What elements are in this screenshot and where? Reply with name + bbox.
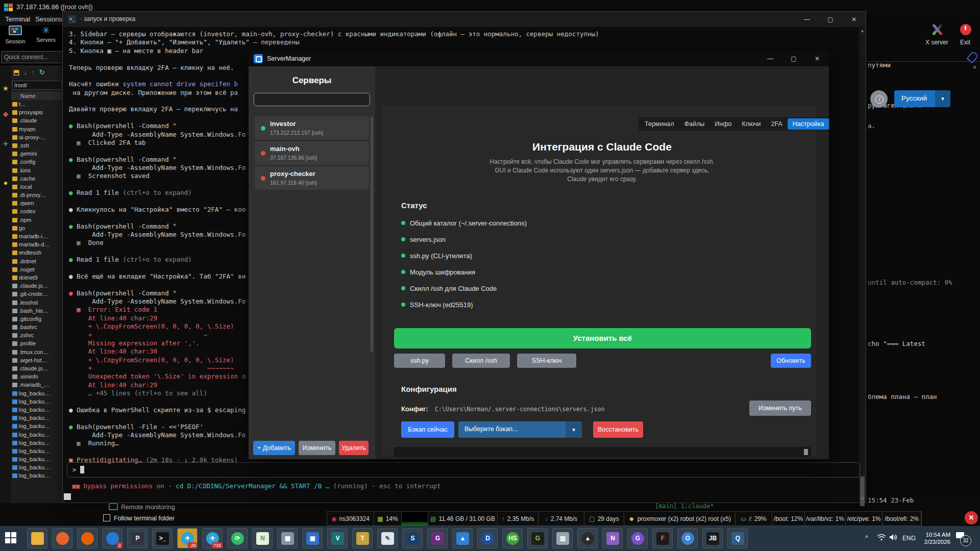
tab-Ключи[interactable]: Ключи xyxy=(737,118,766,130)
menu-sessions[interactable]: Sessions xyxy=(35,15,62,23)
file-row[interactable]: .cache xyxy=(12,176,62,184)
menu-terminal[interactable]: Terminal xyxy=(5,15,30,23)
quick-connect-input[interactable]: Quick connect... xyxy=(1,51,64,63)
telegram-icon[interactable]: ✈.26 xyxy=(177,528,198,548)
file-row[interactable]: go xyxy=(12,225,62,233)
minimize-button[interactable]: — xyxy=(795,12,819,27)
firefox-icon[interactable] xyxy=(77,528,97,548)
tab-2FA[interactable]: 2FA xyxy=(766,118,788,130)
file-row[interactable]: .ssh xyxy=(12,142,62,151)
file-row[interactable]: .gitconfig xyxy=(12,316,62,324)
scrollbar-thumb[interactable] xyxy=(860,477,865,506)
log-output-box[interactable] xyxy=(394,447,811,457)
server-item-main-ovh[interactable]: main-ovh37.187.136.86 [ssh] xyxy=(255,141,369,165)
sshpy-button[interactable]: ssh.py xyxy=(394,354,445,368)
file-row[interactable]: log_backu… xyxy=(12,456,62,464)
file-row[interactable]: log_backu… xyxy=(12,407,62,415)
remote-monitoring-toggle[interactable]: Remote monitoring xyxy=(109,503,175,511)
servers-button[interactable]: ✳ Servers xyxy=(32,26,60,49)
file-row[interactable]: log_backu… xyxy=(12,423,62,431)
file-row[interactable]: .tmux.con… xyxy=(12,349,62,357)
app-icon[interactable]: D xyxy=(477,528,498,548)
tab-Файлы[interactable]: Файлы xyxy=(679,118,710,130)
monitoring-close-icon[interactable]: ✕ xyxy=(965,511,978,524)
file-row[interactable]: .nuget xyxy=(12,266,62,274)
file-row[interactable]: dotnet9 xyxy=(12,274,62,283)
file-row[interactable]: .viminfo xyxy=(12,373,62,382)
download-icon[interactable]: ↓ xyxy=(24,68,28,76)
tray-chevron-icon[interactable]: ^ xyxy=(865,534,868,541)
path-input[interactable]: /root/ xyxy=(12,81,62,90)
file-row[interactable]: .kimi xyxy=(12,167,62,176)
file-row[interactable]: .lesshst xyxy=(12,299,62,308)
tab-Настройка[interactable]: Настройка xyxy=(788,118,829,130)
file-row[interactable]: .zshrc xyxy=(12,332,62,340)
terminal-scrollbar[interactable]: ▲ ▼ xyxy=(859,28,866,503)
ssh-key-button[interactable]: SSH-ключ xyxy=(517,354,576,368)
file-row[interactable]: .git-crede… xyxy=(12,291,62,299)
change-path-button[interactable]: Изменить путь xyxy=(749,400,811,416)
telegram-icon[interactable]: ✈715 xyxy=(202,528,223,548)
macros-icon[interactable]: ● xyxy=(2,179,10,187)
exit-button[interactable] xyxy=(960,24,971,35)
favorites-star-icon[interactable]: ★ xyxy=(2,84,10,92)
file-row[interactable]: .qwen xyxy=(12,200,62,208)
file-row[interactable]: endlessh xyxy=(12,249,62,258)
sessions-plane-icon[interactable]: ✈ xyxy=(2,140,10,148)
jetbrains-icon[interactable]: JB xyxy=(702,528,723,548)
notepad-plus-plus-icon[interactable]: N xyxy=(252,528,273,548)
maximize-button[interactable]: ▢ xyxy=(782,51,805,66)
upload-icon[interactable]: ↑ xyxy=(32,68,35,76)
file-row[interactable]: .config xyxy=(12,159,62,167)
github-desktop-icon[interactable]: G xyxy=(627,528,648,548)
file-row[interactable]: .npm xyxy=(12,217,62,225)
file-row[interactable]: log_backu… xyxy=(12,440,62,448)
add-server-button[interactable]: + Добавить xyxy=(253,441,295,455)
refresh-icon[interactable]: ↻ xyxy=(39,68,45,76)
install-all-button[interactable]: Установить всё xyxy=(394,328,811,348)
minimize-button[interactable] xyxy=(919,0,937,13)
app-icon[interactable]: T xyxy=(352,528,373,548)
servermanager-titlebar[interactable]: ServerManager — ▢ ✕ xyxy=(249,51,829,66)
file-row[interactable]: .bash_his… xyxy=(12,308,62,316)
app-icon[interactable]: HS xyxy=(502,528,523,548)
file-row[interactable]: ai-proxy-… xyxy=(12,134,62,142)
restore-button[interactable]: Восстановить xyxy=(593,421,643,438)
file-row[interactable]: myvpn xyxy=(12,126,62,134)
scroll-up-icon[interactable]: ▲ xyxy=(859,29,866,33)
app-icon[interactable]: S xyxy=(402,528,423,548)
brave-browser-icon[interactable] xyxy=(52,528,72,548)
file-row[interactable]: .gemini xyxy=(12,151,62,159)
file-row[interactable]: log_backu… xyxy=(12,464,62,472)
skill-ssh-button[interactable]: Скилл /ssh xyxy=(452,354,510,368)
file-row[interactable]: .mariadb_… xyxy=(12,382,62,390)
sync-app-icon[interactable]: ⟳ xyxy=(227,528,248,548)
thunderbird-icon[interactable]: 2 xyxy=(102,528,122,548)
backup-select[interactable]: Выберите бэкап... ▾ xyxy=(458,421,582,438)
file-row[interactable]: log_backu… xyxy=(12,398,62,407)
file-row[interactable]: .wget-hst… xyxy=(12,357,62,365)
app-icon[interactable]: G xyxy=(427,528,448,548)
delete-server-button[interactable]: Удалить xyxy=(339,441,369,455)
file-row[interactable]: proxyapis xyxy=(12,109,62,117)
figma-icon[interactable]: F xyxy=(652,528,673,548)
follow-terminal-folder-checkbox[interactable]: Follow terminal folder xyxy=(103,514,175,522)
file-row[interactable]: .dotnet xyxy=(12,258,62,266)
refresh-button[interactable]: Обновить xyxy=(771,354,811,368)
info-button[interactable]: i xyxy=(870,90,888,108)
app-icon[interactable]: ▥ xyxy=(552,528,573,548)
x-server-button[interactable] xyxy=(932,24,943,35)
file-row[interactable]: log_backu… xyxy=(12,448,62,456)
cmd-terminal-icon[interactable]: >_ xyxy=(152,528,173,548)
clock[interactable]: 10:54 AM 2/23/2026 xyxy=(919,531,950,545)
folder-up-icon[interactable]: ⬒ xyxy=(13,68,19,76)
file-row[interactable]: .bashrc xyxy=(12,324,62,332)
file-row[interactable]: .di-proxy… xyxy=(12,192,62,200)
notepad-icon[interactable]: ✎ xyxy=(377,528,398,548)
scroll-down-icon[interactable]: ▼ xyxy=(859,496,866,501)
file-row[interactable]: .claude xyxy=(12,117,62,126)
file-row[interactable]: log_backu… xyxy=(12,472,62,481)
file-row[interactable]: .claude.js… xyxy=(12,283,62,291)
wifi-icon[interactable] xyxy=(877,534,886,541)
file-row[interactable]: mariadb-d… xyxy=(12,241,62,249)
